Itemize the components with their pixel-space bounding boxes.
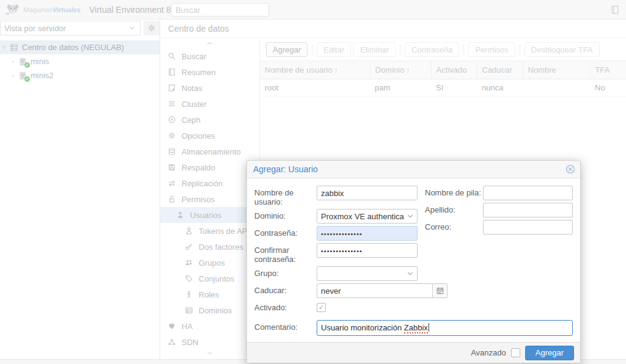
chevron-down-icon [406, 269, 414, 278]
field-label: Nombre de pila: [425, 186, 483, 197]
chevron-down-icon [406, 212, 414, 220]
field-row-password: Contraseña: [254, 226, 418, 241]
field-label: Activado: [254, 300, 317, 312]
field-row-first-name: Nombre de pila: [425, 186, 573, 200]
advanced-label: Avanzado [471, 348, 506, 357]
realm-select[interactable]: Proxmox VE authentica [317, 209, 418, 224]
field-label: Comentario: [254, 320, 317, 332]
field-label: Grupo: [254, 266, 317, 278]
field-row-comment: Comentario: Usuario monitorización Zabbi… [254, 320, 573, 336]
field-row-realm: Dominio: Proxmox VE authentica [254, 209, 418, 224]
enabled-checkbox[interactable]: ✓ [317, 303, 326, 312]
field-label: Caducar: [254, 283, 317, 295]
field-label: Correo: [425, 220, 483, 231]
email-input[interactable] [483, 220, 573, 235]
password-input[interactable] [317, 226, 418, 241]
close-button[interactable] [565, 164, 575, 174]
comment-text-misspelled: Zabbix [404, 323, 428, 333]
field-row-last-name: Apellido: [425, 203, 573, 217]
first-name-input[interactable] [483, 186, 573, 200]
group-select[interactable] [317, 266, 418, 281]
confirm-password-input[interactable] [317, 243, 418, 258]
dialog-header[interactable]: Agregar: Usuario [247, 161, 580, 178]
submit-agregar-button[interactable]: Agregar [525, 346, 574, 360]
field-row-enabled: Activado: ✓ [254, 300, 418, 315]
field-label: Nombre de usuario: [254, 186, 317, 206]
close-icon [565, 164, 575, 174]
field-row-expire: Caducar: [254, 283, 418, 298]
field-row-username: Nombre de usuario: [254, 186, 418, 206]
text-cursor [429, 323, 429, 332]
advanced-checkbox[interactable] [511, 348, 520, 357]
realm-select-value: Proxmox VE authentica [321, 212, 406, 221]
dialog-body: Nombre de usuario: Dominio: Proxmox VE a… [247, 178, 580, 336]
field-label: Confirmar contraseña: [254, 243, 317, 264]
field-label: Dominio: [254, 209, 317, 220]
dialog-title: Agregar: Usuario [253, 164, 565, 174]
field-row-confirm-password: Confirmar contraseña: [254, 243, 418, 264]
add-user-dialog: Agregar: Usuario Nombre de usuario: Domi… [246, 160, 581, 363]
field-label: Apellido: [425, 203, 483, 214]
field-row-email: Correo: [425, 220, 573, 235]
comment-input[interactable]: Usuario monitorización Zabbix [317, 320, 573, 336]
field-label: Contraseña: [254, 226, 317, 238]
field-row-group: Grupo: [254, 266, 418, 281]
last-name-input[interactable] [483, 203, 573, 217]
expire-input[interactable] [317, 284, 432, 297]
dialog-footer: Avanzado Agregar [247, 342, 580, 363]
comment-text: Usuario monitorización [321, 323, 404, 332]
username-input[interactable] [317, 186, 418, 200]
